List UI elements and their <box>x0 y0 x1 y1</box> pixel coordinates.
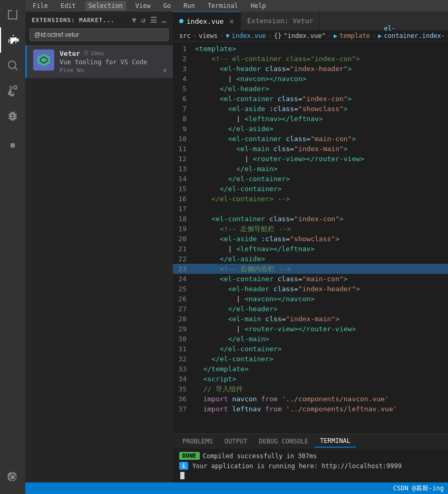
menu-selection[interactable]: Selection <box>85 1 126 11</box>
search-icon[interactable] <box>0 53 25 78</box>
line-number-18: 18 <box>173 214 195 224</box>
menu-file[interactable]: File <box>30 1 51 11</box>
code-line-24[interactable]: 24 <el-container class="main-con"> <box>173 274 448 284</box>
code-line-7[interactable]: 7 <el-aside :class="showclass"> <box>173 104 448 114</box>
line-content-7: <el-aside :class="showclass"> <box>195 104 448 114</box>
code-line-28[interactable]: 28 <el-main clss="index-main"> <box>173 314 448 324</box>
code-line-17[interactable]: 17 <box>173 204 448 214</box>
refresh-icon[interactable]: ↺ <box>141 16 145 24</box>
extensions-icon[interactable] <box>0 27 25 53</box>
panel-content: DONE Compiled successfully in 307ms i Yo… <box>173 449 448 482</box>
code-line-4[interactable]: 4 | <navcon></navcon> <box>173 74 448 84</box>
token: = <box>290 215 294 223</box>
code-line-11[interactable]: 11 <el-main clss="index-main"> <box>173 144 448 154</box>
line-content-27: </el-header> <box>195 304 448 314</box>
code-line-25[interactable]: 25 <el-header class="index-header"> <box>173 284 448 294</box>
menu-go[interactable]: Go <box>160 1 174 11</box>
token: <el-aside <box>228 105 265 113</box>
code-line-37[interactable]: 37 import leftnav from '../components/le… <box>173 404 448 414</box>
code-line-29[interactable]: 29 | <router-view></router-view> <box>173 324 448 334</box>
code-line-5[interactable]: 5 </el-header> <box>173 84 448 94</box>
search-input[interactable] <box>34 31 164 38</box>
panel-tab-problems[interactable]: PROBLEMS <box>177 436 218 447</box>
code-line-3[interactable]: 3 <el-header class="index-header"> <box>173 64 448 74</box>
line-content-5: </el-header> <box>195 84 448 94</box>
panel-tab-terminal[interactable]: TERMINAL <box>315 435 356 448</box>
code-line-22[interactable]: 22 </el-aside> <box>173 254 448 264</box>
code-line-26[interactable]: 26 | <navcon></navcon> <box>173 294 448 304</box>
token: "index-main" <box>286 315 335 323</box>
panel-tab-output[interactable]: OUTPUT <box>219 436 252 447</box>
code-line-19[interactable]: 19 <!-- 左侧导航栏 --> <box>173 224 448 234</box>
code-line-8[interactable]: 8 | <leftnav></leftnav> <box>173 114 448 124</box>
code-line-2[interactable]: 2 <!-- el-container class="index-con"> <box>173 54 448 64</box>
breadcrumb-sep3: › <box>268 32 272 39</box>
explorer-icon[interactable] <box>0 2 25 27</box>
line-content-14: </el-container> <box>195 174 448 184</box>
line-number-25: 25 <box>173 284 195 294</box>
line-number-22: 22 <box>173 254 195 264</box>
tab-extension-vetur[interactable]: Extension: Vetur <box>241 12 320 30</box>
menu-edit[interactable]: Edit <box>57 1 79 11</box>
token: '../components/navcon.vue' <box>281 395 389 403</box>
extension-item-vetur[interactable]: Vetur ⏱ 10ms Vue tooling for VS Code Pin… <box>25 45 173 78</box>
breadcrumb-indexvue-str: "index.vue" <box>284 32 325 39</box>
code-line-21[interactable]: 21 | <leftnav></leftnav> <box>173 244 448 254</box>
menu-help[interactable]: Help <box>248 1 269 11</box>
token: > <box>335 235 339 243</box>
code-line-20[interactable]: 20 <el-aside :class="showclass"> <box>173 234 448 244</box>
tab-index-vue[interactable]: index.vue × <box>173 12 241 30</box>
source-control-icon[interactable] <box>0 78 25 103</box>
breadcrumb-views: views <box>199 32 218 39</box>
token: | <box>195 325 245 333</box>
menu-view[interactable]: View <box>132 1 154 11</box>
token <box>261 65 265 73</box>
line-content-21: | <leftnav></leftnav> <box>195 244 448 254</box>
code-line-35[interactable]: 35 // 导入组件 <box>173 384 448 394</box>
token: </template> <box>195 365 249 373</box>
search-box[interactable] <box>30 28 169 41</box>
code-line-36[interactable]: 36 import navcon from '../components/nav… <box>173 394 448 404</box>
code-line-31[interactable]: 31 </el-container> <box>173 344 448 354</box>
debug-icon[interactable] <box>0 103 25 129</box>
code-line-15[interactable]: 15 </el-container> <box>173 184 448 194</box>
menu-run[interactable]: Run <box>180 1 198 11</box>
token: </el-main> <box>236 165 277 173</box>
code-line-18[interactable]: 18 <el-container class="index-con"> <box>173 214 448 224</box>
remote-icon[interactable] <box>0 133 25 158</box>
code-line-27[interactable]: 27 </el-header> <box>173 304 448 314</box>
code-line-12[interactable]: 12 | <router-view></router-view> <box>173 154 448 164</box>
panel-tab-debug[interactable]: DEBUG CONSOLE <box>254 436 314 447</box>
code-line-16[interactable]: 16 </el-container> --> <box>173 194 448 204</box>
settings-icon[interactable] <box>0 465 25 490</box>
code-line-23[interactable]: 23 <!-- 右侧内容栏 --> <box>173 264 448 274</box>
code-line-33[interactable]: 33 </template> <box>173 364 448 374</box>
token: "index-con" <box>303 95 348 103</box>
token: <router-view></router-view> <box>253 155 364 163</box>
code-line-9[interactable]: 9 </el-aside> <box>173 124 448 134</box>
breadcrumb-braces: {} <box>274 32 281 39</box>
code-line-30[interactable]: 30 </el-main> <box>173 334 448 344</box>
code-line-1[interactable]: 1<template> <box>173 44 448 54</box>
token <box>274 95 278 103</box>
code-line-14[interactable]: 14 </el-container> <box>173 174 448 184</box>
filter-icon[interactable]: ▼ <box>132 16 137 24</box>
code-editor[interactable]: 1<template>2 <!-- el-container class="in… <box>173 42 448 433</box>
code-line-10[interactable]: 10 <el-container class="main-con"> <box>173 134 448 144</box>
token: clss <box>265 315 281 323</box>
tab-close-index-vue[interactable]: × <box>229 16 234 26</box>
ext-gear-icon[interactable]: ⚙ <box>163 67 167 74</box>
more-actions-icon[interactable]: … <box>162 16 167 24</box>
code-line-34[interactable]: 34 <script> <box>173 374 448 384</box>
line-number-23: 23 <box>173 264 195 274</box>
code-line-6[interactable]: 6 <el-container class="index-con"> <box>173 94 448 104</box>
breadcrumb-filename: index.vue <box>232 32 266 39</box>
menu-terminal[interactable]: Terminal <box>204 1 241 11</box>
token: <el-container <box>211 215 265 223</box>
code-line-13[interactable]: 13 </el-main> <box>173 164 448 174</box>
token: import <box>195 405 228 413</box>
code-line-32[interactable]: 32 </el-container> <box>173 354 448 364</box>
list-view-icon[interactable]: ☰ <box>150 16 158 24</box>
line-content-23: <!-- 右侧内容栏 --> <box>195 264 448 274</box>
token: leftnav <box>232 405 261 413</box>
